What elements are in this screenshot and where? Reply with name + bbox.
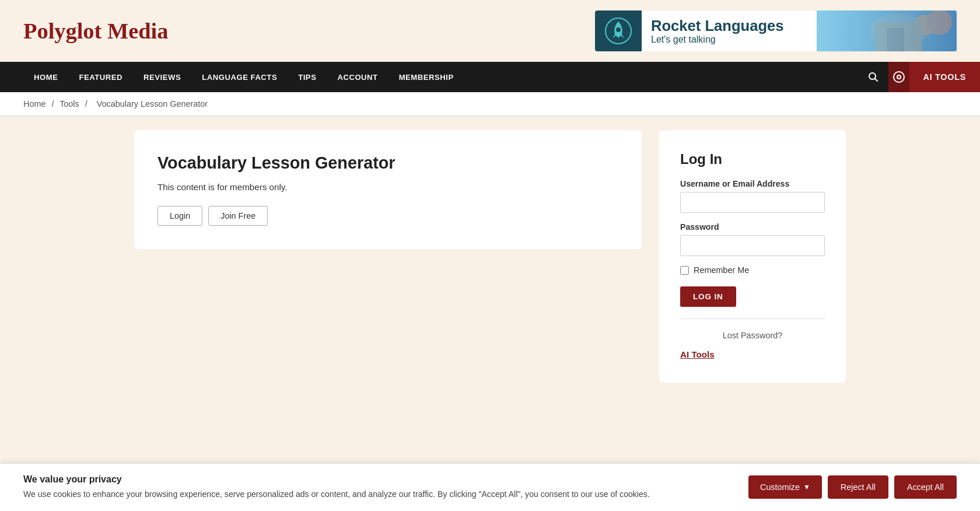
svg-point-5 bbox=[926, 10, 952, 35]
content-card: Vocabulary Lesson Generator This content… bbox=[134, 130, 642, 249]
radio-icon bbox=[892, 71, 905, 83]
svg-point-4 bbox=[914, 15, 935, 36]
svg-rect-6 bbox=[875, 22, 922, 51]
banner-image-svg bbox=[817, 10, 957, 51]
remember-checkbox[interactable] bbox=[680, 266, 689, 275]
ai-tools-sidebar-link[interactable]: AI Tools bbox=[680, 349, 825, 359]
site-header: Polyglot Media Rocket Languages Let's ge… bbox=[0, 0, 980, 62]
nav-right: AI TOOLS bbox=[858, 62, 980, 92]
svg-point-3 bbox=[869, 13, 928, 48]
action-buttons: Login Join Free bbox=[158, 206, 618, 226]
divider bbox=[680, 318, 825, 319]
password-label: Password bbox=[680, 222, 825, 232]
svg-line-9 bbox=[874, 79, 877, 82]
nav-account[interactable]: ACCOUNT bbox=[327, 62, 388, 92]
brand-name: Rocket Languages bbox=[651, 18, 807, 34]
username-label: Username or Email Address bbox=[680, 179, 825, 188]
breadcrumb-tools[interactable]: Tools bbox=[60, 99, 79, 108]
breadcrumb-home[interactable]: Home bbox=[23, 99, 46, 108]
nav-home[interactable]: HOME bbox=[23, 62, 68, 92]
main-content: Vocabulary Lesson Generator This content… bbox=[111, 130, 869, 383]
nav-membership[interactable]: MEMBERSHIP bbox=[388, 62, 464, 92]
remember-label: Remember Me bbox=[694, 265, 749, 275]
remember-row: Remember Me bbox=[680, 265, 825, 275]
ai-tools-button[interactable]: AI TOOLS bbox=[909, 62, 980, 92]
password-input[interactable] bbox=[680, 235, 825, 256]
rocket-icon bbox=[604, 17, 632, 45]
lost-password-link[interactable]: Lost Password? bbox=[680, 331, 825, 340]
breadcrumb-sep-1: / bbox=[51, 99, 54, 108]
breadcrumb-bar: Home / Tools / Vocabulary Lesson Generat… bbox=[0, 92, 980, 116]
login-button[interactable]: Login bbox=[158, 206, 202, 226]
banner-image bbox=[817, 10, 957, 51]
join-free-button[interactable]: Join Free bbox=[208, 206, 268, 226]
svg-rect-2 bbox=[817, 10, 957, 51]
search-button[interactable] bbox=[858, 62, 888, 92]
nav-reviews[interactable]: REVIEWS bbox=[133, 62, 191, 92]
search-icon bbox=[868, 72, 878, 82]
nav-featured[interactable]: FEATURED bbox=[68, 62, 133, 92]
svg-rect-7 bbox=[887, 28, 904, 51]
brand-tagline: Let's get talking bbox=[651, 34, 807, 45]
site-title: Polyglot Media bbox=[23, 18, 168, 44]
nav-language-facts[interactable]: LANGUAGE FACTS bbox=[191, 62, 288, 92]
breadcrumb-sep-2: / bbox=[85, 99, 88, 108]
navbar: HOME FEATURED REVIEWS LANGUAGE FACTS TIP… bbox=[0, 62, 980, 92]
breadcrumb: Home / Tools / Vocabulary Lesson Generat… bbox=[23, 99, 957, 108]
login-title: Log In bbox=[680, 151, 825, 167]
ai-tools-icon-btn[interactable] bbox=[888, 62, 909, 92]
username-input[interactable] bbox=[680, 192, 825, 213]
page-title: Vocabulary Lesson Generator bbox=[158, 153, 618, 173]
banner-text: Rocket Languages Let's get talking bbox=[642, 18, 817, 45]
breadcrumb-current: Vocabulary Lesson Generator bbox=[97, 99, 208, 108]
login-card: Log In Username or Email Address Passwor… bbox=[659, 130, 846, 383]
members-only-text: This content is for members only. bbox=[158, 182, 618, 192]
svg-point-12 bbox=[898, 76, 900, 78]
log-in-button[interactable]: LOG IN bbox=[680, 286, 736, 307]
nav-items: HOME FEATURED REVIEWS LANGUAGE FACTS TIP… bbox=[0, 62, 858, 92]
nav-tips[interactable]: TIPS bbox=[288, 62, 327, 92]
svg-point-1 bbox=[616, 27, 621, 32]
banner-ad[interactable]: Rocket Languages Let's get talking bbox=[595, 10, 957, 51]
banner-logo bbox=[595, 10, 642, 51]
